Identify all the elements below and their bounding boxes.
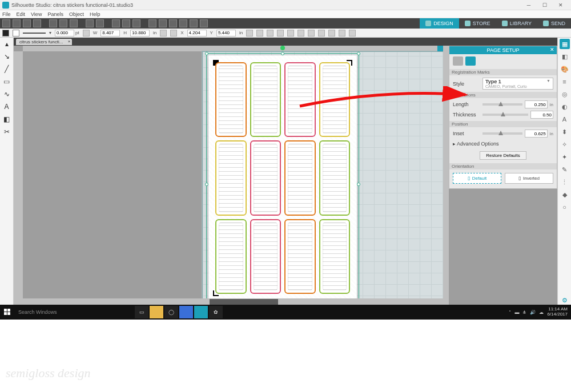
handle-ne[interactable] (357, 52, 360, 55)
fill-swatch[interactable] (2, 30, 9, 37)
menu-help[interactable]: Help (90, 11, 100, 17)
group-icon[interactable] (132, 19, 140, 27)
paste-icon[interactable] (70, 19, 78, 27)
panel-collapse-toggle[interactable] (437, 46, 443, 51)
forward-one-icon[interactable] (277, 30, 284, 37)
redo-icon[interactable] (96, 19, 104, 27)
handle-e[interactable] (357, 183, 360, 186)
vertical-scrollbar[interactable] (443, 46, 449, 298)
orientation-inverted[interactable]: ▯Inverted (505, 173, 553, 184)
stroke-swatch[interactable] (13, 30, 19, 37)
tray-up-icon[interactable]: ˄ (509, 310, 511, 315)
menu-file[interactable]: File (2, 11, 11, 17)
align-icon[interactable] (246, 30, 253, 37)
print-icon[interactable] (33, 19, 41, 27)
eraser-tool[interactable]: ◧ (2, 114, 12, 124)
chrome-icon[interactable]: ◯ (164, 306, 178, 318)
page-setup-icon[interactable]: ▦ (560, 39, 570, 49)
open-file-icon[interactable] (13, 19, 21, 27)
y-input[interactable] (216, 30, 236, 37)
undo-icon[interactable] (86, 19, 94, 27)
panel-tab-regmarks[interactable] (465, 56, 476, 66)
scroll-thumb[interactable] (210, 299, 278, 305)
inset-slider[interactable] (482, 132, 522, 135)
orientation-default[interactable]: ▯Default (453, 173, 501, 184)
select-tool[interactable]: ▴ (2, 39, 12, 49)
transform-icon[interactable]: ⬍ (560, 127, 570, 137)
rhinestone-icon[interactable]: ○ (560, 202, 570, 212)
panel-close-icon[interactable]: ✕ (550, 47, 554, 52)
mirror-v-icon[interactable] (308, 30, 315, 37)
line-style-preview[interactable] (23, 33, 46, 34)
rotate-handle[interactable] (280, 46, 285, 50)
start-button[interactable] (0, 305, 15, 320)
length-slider[interactable] (482, 103, 522, 106)
replicate-icon[interactable]: ✧ (560, 139, 570, 149)
menu-panels[interactable]: Panels (47, 11, 63, 17)
search-input[interactable]: Search Windows (15, 309, 129, 315)
height-input[interactable] (130, 30, 150, 37)
length-input[interactable] (525, 100, 548, 108)
pixscan-icon[interactable]: ◧ (560, 51, 570, 62)
group-icon-2[interactable] (318, 30, 325, 37)
document-tab[interactable]: citrus stickers functi... (16, 39, 72, 45)
edit-points-tool[interactable]: ↘ (2, 51, 12, 62)
system-tray[interactable]: ˄ ▬ ⋔ 🔊 ☁ 11:14 AM 6/14/2017 (509, 307, 571, 317)
emboss-icon[interactable]: ◆ (560, 189, 570, 200)
thickness-input[interactable] (530, 111, 553, 119)
file-explorer-icon[interactable] (150, 306, 163, 318)
window-minimize[interactable]: ─ (521, 2, 537, 8)
delete-icon-2[interactable] (349, 30, 356, 37)
trace-icon[interactable]: ◎ (560, 89, 570, 99)
menu-object[interactable]: Object (69, 11, 84, 17)
tab-library[interactable]: LIBRARY (496, 18, 537, 29)
text-style-icon[interactable]: A (560, 114, 570, 124)
tray-wifi-icon[interactable]: ⋔ (522, 310, 526, 315)
zoom-fit-icon[interactable] (169, 19, 177, 27)
move-tool-icon[interactable] (170, 30, 177, 37)
tray-onedrive-icon[interactable]: ☁ (539, 310, 544, 315)
knife-tool[interactable]: ✂ (2, 127, 12, 137)
pan-icon[interactable] (190, 19, 198, 27)
advanced-options-toggle[interactable]: Advanced Options (453, 139, 553, 149)
style-dropdown[interactable]: Type 1 CAMEO, Portrait, Curio (482, 78, 553, 90)
menu-edit[interactable]: Edit (17, 11, 26, 17)
taskbar-clock[interactable]: 11:14 AM 6/14/2017 (547, 307, 568, 317)
tray-volume-icon[interactable]: 🔊 (530, 310, 536, 315)
inset-input[interactable] (525, 130, 548, 138)
mirror-h-icon[interactable] (297, 30, 304, 37)
restore-defaults-button[interactable]: Restore Defaults (480, 151, 526, 160)
ungroup-icon[interactable] (328, 30, 335, 37)
handle-w[interactable] (205, 183, 208, 186)
thickness-slider[interactable] (482, 114, 528, 116)
rectangle-tool[interactable]: ▭ (2, 76, 12, 87)
copy-icon[interactable] (59, 19, 67, 27)
offset-icon[interactable]: ◐ (560, 102, 570, 112)
app-icon-2[interactable]: ✿ (209, 306, 223, 318)
rotate-icon[interactable] (339, 30, 345, 37)
fit-page-icon[interactable] (200, 19, 208, 27)
save-file-icon[interactable] (23, 19, 31, 27)
stroke-width-input[interactable] (55, 30, 74, 37)
width-input[interactable] (100, 30, 120, 37)
modify-icon[interactable]: ✦ (560, 152, 570, 162)
text-tool[interactable]: A (2, 102, 12, 112)
tab-send[interactable]: SEND (537, 18, 571, 29)
line-panel-icon[interactable]: ≡ (560, 76, 570, 87)
menu-view[interactable]: View (31, 11, 42, 17)
app-icon-1[interactable] (179, 306, 193, 318)
zoom-in-icon[interactable] (148, 19, 156, 27)
zoom-selection-icon[interactable] (179, 19, 187, 27)
handle-nw[interactable] (205, 52, 208, 55)
back-one-icon[interactable] (287, 30, 294, 37)
silhouette-app-icon[interactable] (194, 306, 208, 318)
window-maximize[interactable]: ☐ (537, 2, 553, 8)
select-tool-icon[interactable] (112, 19, 120, 27)
lock-aspect-icon[interactable] (160, 30, 167, 37)
sketch-icon[interactable]: ✎ (560, 164, 570, 175)
settings-gear-icon[interactable]: ⚙ (560, 295, 570, 305)
line-tool[interactable]: ╱ (2, 64, 12, 74)
stipple-icon[interactable]: ⋮ (560, 177, 570, 187)
cut-icon[interactable] (49, 19, 57, 27)
x-input[interactable] (187, 30, 207, 37)
